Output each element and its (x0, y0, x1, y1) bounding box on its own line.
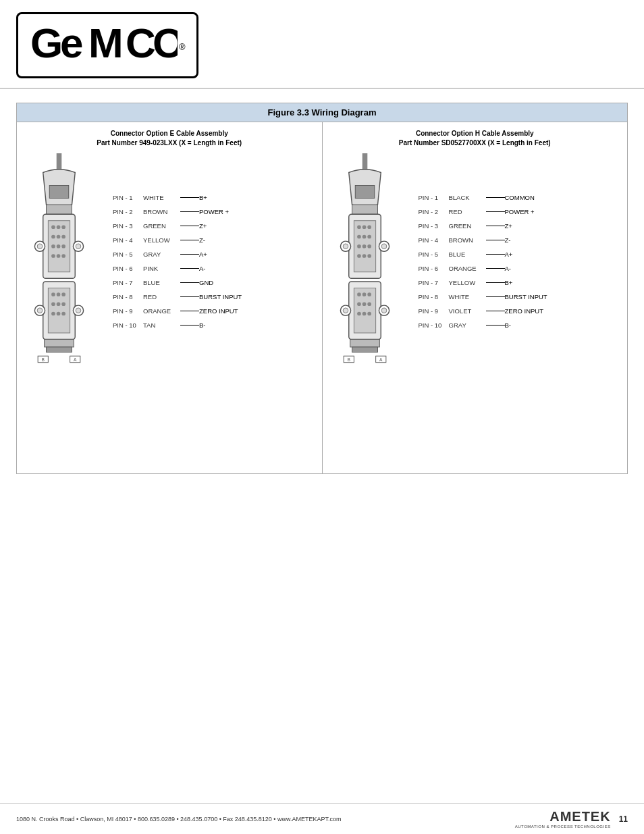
pin-line (486, 240, 505, 241)
pin-line (180, 211, 199, 213)
pin-row: PIN - 6 PINK A- (113, 265, 314, 272)
pin-row: PIN - 9 VIOLET ZERO INPUT (419, 307, 620, 315)
left-pin-table: PIN - 1 WHITE B+ PIN - 2 BROWN POWER + P… (113, 194, 314, 336)
pin-signal: A- (486, 265, 512, 272)
pin-signal-text: COMMON (505, 194, 535, 201)
pin-row: PIN - 10 TAN B- (113, 321, 314, 329)
pin-signal: B+ (486, 279, 513, 286)
svg-text:A: A (74, 357, 77, 362)
pin-signal: B+ (180, 194, 207, 201)
pin-signal-text: ZERO INPUT (505, 307, 544, 315)
svg-point-73 (357, 302, 361, 306)
pin-line (180, 282, 199, 284)
svg-point-14 (57, 235, 61, 239)
pin-signal-text: Z- (505, 236, 511, 244)
pin-row: PIN - 2 BROWN POWER + (113, 208, 314, 215)
logo-reg-symbol: ® (179, 42, 186, 52)
svg-point-75 (367, 302, 371, 306)
diagram-right: Connector Option H Cable Assembly Part N… (323, 122, 628, 473)
pin-signal-text: B- (505, 321, 512, 329)
svg-point-12 (61, 225, 65, 229)
svg-rect-49 (352, 205, 377, 214)
pin-signal: ZERO INPUT (486, 307, 544, 315)
svg-rect-84 (352, 347, 377, 353)
svg-point-54 (367, 225, 371, 229)
pin-line (180, 311, 199, 312)
ametek-name: AMETEK (549, 809, 610, 825)
svg-point-53 (362, 225, 366, 229)
right-subtitle: Connector Option H Cable Assembly Part N… (331, 129, 620, 148)
svg-point-82 (381, 308, 387, 313)
pin-number: PIN - 1 (113, 194, 143, 201)
pin-line (180, 325, 199, 326)
footer-address: 1080 N. Crooks Road • Clawson, MI 48017 … (16, 816, 342, 823)
pin-number: PIN - 1 (419, 194, 449, 201)
pin-row: PIN - 1 BLACK COMMON (419, 194, 620, 201)
pin-color: PINK (143, 265, 180, 272)
pin-signal: A+ (486, 251, 513, 258)
pin-number: PIN - 8 (419, 293, 449, 301)
pin-signal: Z- (180, 236, 205, 244)
pin-color: RED (143, 293, 180, 301)
svg-text:A: A (379, 357, 383, 362)
left-pins-container: PIN - 1 WHITE B+ PIN - 2 BROWN POWER + P… (113, 194, 314, 329)
pin-row: PIN - 8 RED BURST INPUT (113, 293, 314, 301)
pin-row: PIN - 5 GRAY A+ (113, 251, 314, 258)
svg-rect-6 (49, 186, 69, 199)
pin-color: GREEN (449, 222, 486, 230)
svg-point-61 (357, 254, 361, 258)
pin-signal-text: B+ (199, 194, 207, 201)
left-connector-area: B A PIN - 1 WHITE B+ PIN - 2 (25, 153, 314, 410)
svg-text:O: O (153, 20, 178, 64)
pin-color: GRAY (449, 321, 486, 329)
pin-signal-text: BURST INPUT (199, 293, 242, 301)
pin-row: PIN - 9 ORANGE ZERO INPUT (113, 307, 314, 315)
gemco-logo-svg: G e M C O (29, 18, 178, 64)
svg-point-52 (357, 225, 361, 229)
pin-row: PIN - 3 GREEN Z+ (419, 222, 620, 230)
left-connector-svg: B A (25, 153, 106, 410)
svg-text:M: M (88, 20, 122, 64)
pin-signal: BURST INPUT (180, 293, 242, 301)
pin-signal-text: Z- (199, 236, 205, 244)
pin-number: PIN - 9 (113, 307, 143, 315)
svg-point-23 (37, 244, 43, 249)
pin-row: PIN - 4 YELLOW Z- (113, 236, 314, 244)
svg-point-29 (57, 292, 61, 296)
logo-box: G e M C O ® (16, 12, 198, 78)
pin-color: WHITE (143, 194, 180, 201)
svg-point-18 (61, 244, 65, 249)
pin-signal: Z+ (180, 222, 207, 230)
svg-rect-42 (47, 347, 72, 353)
pin-number: PIN - 7 (419, 279, 449, 286)
pin-signal-text: POWER + (505, 208, 535, 215)
svg-point-38 (37, 308, 43, 313)
pin-number: PIN - 6 (419, 265, 449, 272)
pin-row: PIN - 6 ORANGE A- (419, 265, 620, 272)
pin-number: PIN - 10 (419, 321, 449, 329)
pin-signal-text: POWER + (199, 208, 229, 215)
right-pin-table: PIN - 1 BLACK COMMON PIN - 2 RED POWER +… (419, 194, 620, 336)
svg-point-28 (51, 292, 55, 296)
pin-signal-text: B+ (505, 279, 513, 286)
svg-rect-41 (45, 340, 74, 347)
right-connector-area: B A PIN - 1 BLACK COMMON PIN - 2 RED (331, 153, 620, 410)
svg-point-70 (357, 292, 361, 296)
pin-signal: B- (486, 321, 512, 329)
svg-rect-7 (47, 205, 72, 214)
pin-signal-text: A+ (505, 251, 513, 258)
pin-color: ORANGE (449, 265, 486, 272)
pin-number: PIN - 4 (113, 236, 143, 244)
svg-point-74 (362, 302, 366, 306)
pin-signal: A- (180, 265, 206, 272)
pin-number: PIN - 6 (113, 265, 143, 272)
pin-color: VIOLET (449, 307, 486, 315)
pin-row: PIN - 7 YELLOW B+ (419, 279, 620, 286)
pin-color: BLUE (449, 251, 486, 258)
pin-color: BLUE (143, 279, 180, 286)
svg-text:G: G (30, 20, 61, 64)
pin-line (486, 311, 505, 312)
pin-row: PIN - 2 RED POWER + (419, 208, 620, 215)
pin-color: RED (449, 208, 486, 215)
svg-point-11 (57, 225, 61, 229)
